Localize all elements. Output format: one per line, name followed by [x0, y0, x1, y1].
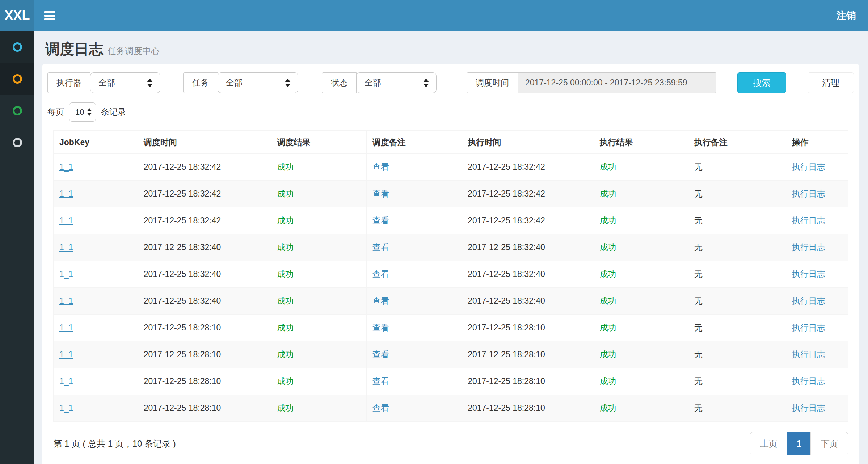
handle-result-text: 成功 — [600, 189, 616, 198]
handle-result-text: 成功 — [600, 350, 616, 359]
search-button[interactable]: 搜索 — [737, 72, 786, 93]
page-size-select[interactable]: 10 — [69, 102, 96, 122]
trigger-result-text: 成功 — [277, 162, 294, 172]
sidebar-item-joblog-active[interactable] — [0, 63, 34, 95]
executor-filter-select[interactable]: 全部 — [90, 72, 160, 93]
execute-log-link[interactable]: 执行日志 — [792, 269, 825, 279]
sidebar-item-dashboard[interactable] — [0, 31, 34, 63]
trigger-time-cell: 2017-12-25 18:28:10 — [138, 341, 271, 368]
execute-log-link[interactable]: 执行日志 — [792, 162, 825, 172]
job-key-link[interactable]: 1_1 — [59, 403, 73, 413]
trigger-time-cell: 2017-12-25 18:28:10 — [138, 368, 271, 395]
pagination-info: 第 1 页 ( 总共 1 页，10 条记录 ) — [53, 438, 176, 450]
handle-msg-cell: 无 — [688, 315, 786, 341]
table-row: 1_1 2017-12-25 18:32:40 成功 查看 2017-12-25… — [54, 234, 848, 261]
status-filter-select[interactable]: 全部 — [356, 72, 437, 93]
job-filter-select[interactable]: 全部 — [218, 72, 298, 93]
select-arrows-icon — [147, 79, 153, 87]
execute-log-link[interactable]: 执行日志 — [792, 376, 825, 386]
status-filter-group: 状态 全部 — [322, 72, 437, 93]
handle-time-cell: 2017-12-25 18:28:10 — [462, 341, 594, 368]
execute-log-link[interactable]: 执行日志 — [792, 296, 825, 305]
status-filter-value: 全部 — [365, 77, 381, 88]
execute-log-link[interactable]: 执行日志 — [792, 216, 825, 225]
page-size-value: 10 — [75, 107, 84, 117]
job-key-link[interactable]: 1_1 — [59, 189, 73, 198]
pagination-row: 第 1 页 ( 总共 1 页，10 条记录 ) 上页 1 下页 — [42, 422, 859, 459]
content-header: 调度日志 任务调度中心 — [34, 31, 868, 64]
handle-time-cell: 2017-12-25 18:32:42 — [462, 181, 594, 207]
execute-log-link[interactable]: 执行日志 — [792, 350, 825, 359]
handle-msg-cell: 无 — [688, 288, 786, 315]
log-panel: 执行器 全部 任务 全部 状态 全部 — [42, 64, 859, 464]
trigger-msg-view-link[interactable]: 查看 — [372, 162, 389, 172]
job-key-link[interactable]: 1_1 — [59, 350, 73, 359]
clear-log-button[interactable]: 清理 — [808, 72, 854, 93]
job-key-link[interactable]: 1_1 — [59, 242, 73, 252]
trigger-msg-view-link[interactable]: 查看 — [372, 403, 389, 413]
column-header-handle-time: 执行时间 — [462, 131, 594, 154]
sidebar-item-executor[interactable] — [0, 127, 34, 159]
execute-log-link[interactable]: 执行日志 — [792, 403, 825, 413]
logout-link[interactable]: 注销 — [837, 9, 856, 22]
execute-log-link[interactable]: 执行日志 — [792, 189, 825, 198]
app-logo[interactable]: XXL — [0, 0, 34, 31]
trigger-time-range-input[interactable]: 2017-12-25 00:00:00 - 2017-12-25 23:59:5… — [518, 72, 716, 93]
trigger-result-text: 成功 — [277, 296, 294, 305]
trigger-msg-view-link[interactable]: 查看 — [372, 216, 389, 225]
column-header-trigger-msg: 调度备注 — [366, 131, 462, 154]
job-filter-value: 全部 — [226, 77, 243, 88]
column-header-action: 操作 — [786, 131, 848, 154]
column-header-handle-result: 执行结果 — [594, 131, 688, 154]
table-row: 1_1 2017-12-25 18:32:42 成功 查看 2017-12-25… — [54, 181, 848, 207]
job-key-link[interactable]: 1_1 — [59, 216, 73, 225]
handle-result-text: 成功 — [600, 376, 616, 386]
trigger-msg-view-link[interactable]: 查看 — [372, 242, 389, 252]
prev-page-button[interactable]: 上页 — [750, 432, 787, 455]
trigger-msg-view-link[interactable]: 查看 — [372, 269, 389, 279]
sidebar-item-jobinfo[interactable] — [0, 95, 34, 127]
job-key-link[interactable]: 1_1 — [59, 296, 73, 305]
page-subtitle: 任务调度中心 — [108, 45, 160, 57]
table-row: 1_1 2017-12-25 18:32:40 成功 查看 2017-12-25… — [54, 288, 848, 315]
handle-result-text: 成功 — [600, 296, 616, 305]
executor-filter-label: 执行器 — [47, 72, 90, 93]
circle-icon — [13, 106, 22, 115]
next-page-button[interactable]: 下页 — [810, 432, 848, 455]
job-key-link[interactable]: 1_1 — [59, 376, 73, 386]
trigger-result-text: 成功 — [277, 350, 294, 359]
trigger-msg-view-link[interactable]: 查看 — [372, 323, 389, 332]
handle-time-cell: 2017-12-25 18:28:10 — [462, 315, 594, 341]
execute-log-link[interactable]: 执行日志 — [792, 323, 825, 332]
current-page-button[interactable]: 1 — [787, 432, 810, 455]
job-key-link[interactable]: 1_1 — [59, 162, 73, 172]
trigger-time-cell: 2017-12-25 18:32:42 — [138, 154, 271, 181]
trigger-time-filter-label: 调度时间 — [467, 72, 518, 93]
executor-filter-value: 全部 — [98, 77, 115, 88]
trigger-time-cell: 2017-12-25 18:32:40 — [138, 261, 271, 288]
circle-icon — [13, 138, 22, 147]
handle-time-cell: 2017-12-25 18:32:40 — [462, 234, 594, 261]
job-filter-group: 任务 全部 — [183, 72, 298, 93]
table-row: 1_1 2017-12-25 18:28:10 成功 查看 2017-12-25… — [54, 368, 848, 395]
job-key-link[interactable]: 1_1 — [59, 323, 73, 332]
sidebar-toggle-icon[interactable] — [44, 11, 55, 20]
column-header-jobkey: JobKey — [54, 131, 138, 154]
page-size-prefix: 每页 — [47, 106, 64, 118]
select-arrows-icon — [285, 79, 291, 87]
column-header-trigger-result: 调度结果 — [271, 131, 366, 154]
trigger-msg-view-link[interactable]: 查看 — [372, 350, 389, 359]
handle-msg-cell: 无 — [688, 181, 786, 207]
log-table-wrap: JobKey 调度时间 调度结果 调度备注 执行时间 执行结果 执行备注 操作 — [42, 130, 859, 422]
trigger-msg-view-link[interactable]: 查看 — [372, 296, 389, 305]
trigger-time-cell: 2017-12-25 18:32:40 — [138, 234, 271, 261]
job-key-link[interactable]: 1_1 — [59, 269, 73, 279]
log-table: JobKey 调度时间 调度结果 调度备注 执行时间 执行结果 执行备注 操作 — [53, 130, 848, 422]
execute-log-link[interactable]: 执行日志 — [792, 242, 825, 252]
trigger-time-cell: 2017-12-25 18:28:10 — [138, 395, 271, 422]
circle-icon — [13, 42, 22, 52]
trigger-time-cell: 2017-12-25 18:28:10 — [138, 315, 271, 341]
trigger-msg-view-link[interactable]: 查看 — [372, 189, 389, 198]
trigger-msg-view-link[interactable]: 查看 — [372, 376, 389, 386]
table-row: 1_1 2017-12-25 18:32:42 成功 查看 2017-12-25… — [54, 154, 848, 181]
